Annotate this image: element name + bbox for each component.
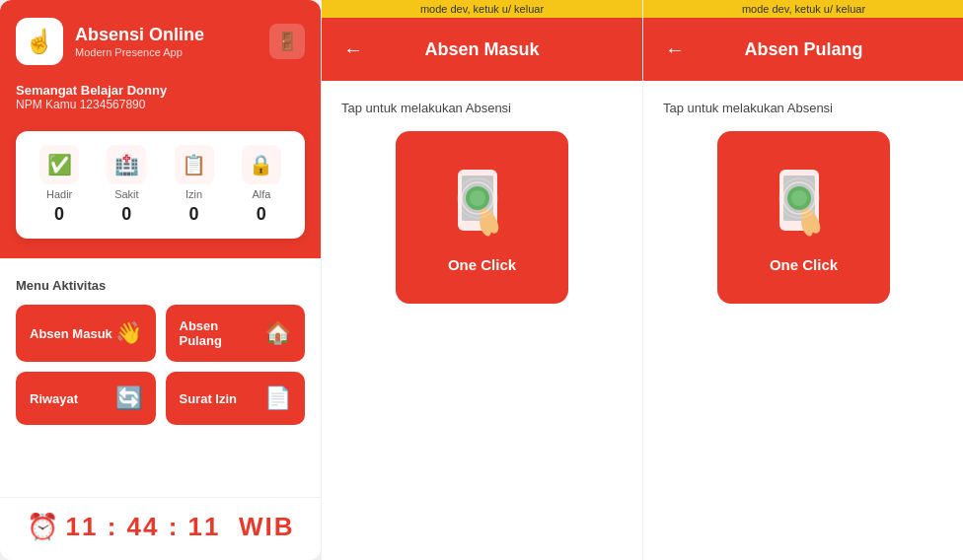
app-header-left: ☝ Absensi Online Modern Presence App [16,18,204,65]
greeting-text: Semangat Belajar Donny [16,83,305,98]
alfa-label: Alfa [252,188,270,200]
app-icon: ☝ [16,18,63,65]
absen-pulang-button[interactable]: Absen Pulang 🏠 [166,305,306,362]
hadir-value: 0 [54,204,64,225]
absen-pulang-label: Absen Pulang [180,318,265,348]
dev-banner-1: mode dev, ketuk u/ keluar [322,0,642,18]
tap-instruction-2: Tap untuk melakukan Absensi [663,101,833,115]
izin-icon: 📋 [175,145,214,184]
screen1-title: Absen Masuk [383,39,581,60]
greeting-section: Semangat Belajar Donny NPM Kamu 12345678… [0,79,321,129]
sakit-label: Sakit [114,188,138,200]
riwayat-label: Riwayat [30,391,78,406]
app-subtitle: Modern Presence App [75,46,204,58]
izin-value: 0 [189,204,199,225]
clock-section: ⏰ 11 : 44 : 11 WIB [0,497,321,560]
clock-time: 11 : 44 : 11 WIB [66,512,295,542]
svg-point-11 [791,190,807,206]
dev-banner-2: mode dev, ketuk u/ keluar [643,0,963,18]
main-panel: ☝ Absensi Online Modern Presence App 🚪 S… [0,0,321,560]
tap-instruction-1: Tap untuk melakukan Absensi [341,101,511,115]
screen1-body: Tap untuk melakukan Absensi One Click [322,81,642,560]
one-click-label-1: One Click [448,256,516,273]
alfa-icon: 🔒 [242,145,281,184]
surat-izin-icon: 📄 [264,385,291,411]
sakit-value: 0 [121,204,131,225]
hadir-icon: ✅ [39,145,79,184]
absen-masuk-button[interactable]: Absen Masuk 👋 [16,305,156,362]
izin-label: Izin [185,188,202,200]
absen-pulang-screen: mode dev, ketuk u/ keluar ← Absen Pulang… [643,0,963,560]
back-button-2[interactable]: ← [659,34,691,65]
back-button-1[interactable]: ← [337,34,369,65]
absen-masuk-icon: 👋 [115,320,142,346]
stat-sakit: 🏥 Sakit 0 [107,145,146,225]
stat-izin: 📋 Izin 0 [175,145,214,225]
absen-pulang-icon: 🏠 [264,320,291,346]
screen2-body: Tap untuk melakukan Absensi One Click [643,81,963,560]
hadir-label: Hadir [46,188,72,200]
svg-point-3 [470,190,485,206]
surat-izin-label: Surat Izin [180,391,238,406]
stats-section: ✅ Hadir 0 🏥 Sakit 0 📋 Izin 0 🔒 Alfa 0 [16,131,305,239]
clock-icon: ⏰ [27,512,58,542]
app-header: ☝ Absensi Online Modern Presence App 🚪 [0,0,321,79]
phone-tap-illustration-1 [438,162,527,250]
menu-section: Menu Aktivitas Absen Masuk 👋 Absen Pulan… [0,258,321,497]
one-click-button-1[interactable]: One Click [396,131,568,304]
stat-alfa: 🔒 Alfa 0 [242,145,281,225]
absen-masuk-screen: mode dev, ketuk u/ keluar ← Absen Masuk … [322,0,642,560]
stat-hadir: ✅ Hadir 0 [39,145,79,225]
app-title-group: Absensi Online Modern Presence App [75,25,204,58]
npm-text: NPM Kamu 1234567890 [16,98,305,111]
menu-grid: Absen Masuk 👋 Absen Pulang 🏠 Riwayat 🔄 S… [16,305,305,425]
menu-title: Menu Aktivitas [16,278,305,293]
screen2-header: ← Absen Pulang [643,18,963,81]
screen1-header: ← Absen Masuk [322,18,642,81]
app-title: Absensi Online [75,25,204,46]
alfa-value: 0 [257,204,266,225]
phone-tap-illustration-2 [760,162,849,250]
absen-masuk-label: Absen Masuk [30,326,112,341]
logout-button[interactable]: 🚪 [269,24,305,59]
surat-izin-button[interactable]: Surat Izin 📄 [166,372,306,425]
sakit-icon: 🏥 [107,145,146,184]
riwayat-icon: 🔄 [115,385,142,411]
riwayat-button[interactable]: Riwayat 🔄 [16,372,156,425]
one-click-label-2: One Click [770,256,838,273]
one-click-button-2[interactable]: One Click [717,131,890,304]
screen2-title: Absen Pulang [704,39,903,60]
